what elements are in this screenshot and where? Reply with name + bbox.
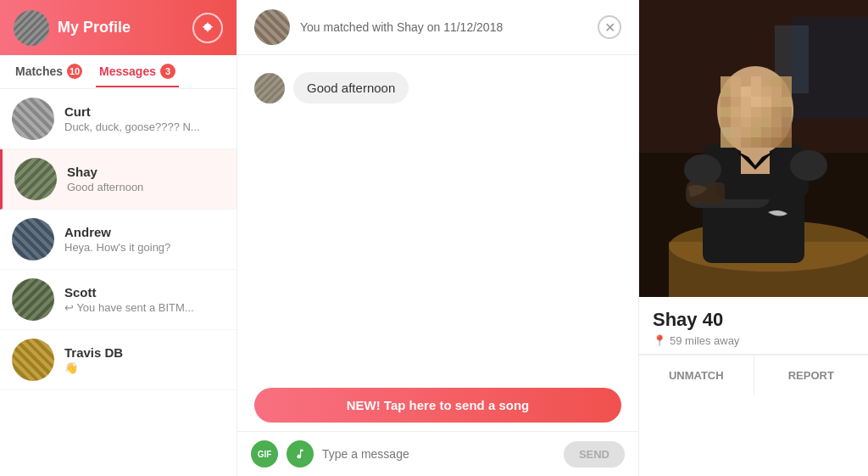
andrew-avatar <box>12 218 54 260</box>
svg-rect-32 <box>731 97 741 107</box>
svg-rect-13 <box>741 148 770 174</box>
svg-rect-65 <box>782 137 792 148</box>
svg-rect-56 <box>761 127 771 137</box>
svg-rect-37 <box>782 97 792 107</box>
music-button[interactable] <box>287 440 314 468</box>
shay-preview: Good afternoon <box>67 181 225 193</box>
svg-rect-54 <box>741 127 751 137</box>
svg-rect-41 <box>751 107 761 117</box>
conversation-curt[interactable]: Curt Duck, duck, goose???? N... <box>0 89 236 149</box>
travis-preview: 👋 <box>64 361 225 374</box>
svg-rect-50 <box>771 117 782 127</box>
svg-rect-57 <box>771 127 782 137</box>
svg-rect-58 <box>782 127 792 137</box>
profile-age: 40 <box>703 309 723 330</box>
gif-button[interactable]: GIF <box>251 440 278 468</box>
conversation-list: Curt Duck, duck, goose???? N... Shay Goo… <box>0 89 236 476</box>
svg-rect-47 <box>741 117 751 127</box>
svg-rect-59 <box>721 137 731 148</box>
profile-panel: Shay 40 📍 59 miles away UNMATCH REPORT <box>639 0 868 476</box>
message-tabs: Matches 10 Messages 3 <box>0 55 236 89</box>
svg-rect-19 <box>741 76 751 87</box>
conversation-shay[interactable]: Shay Good afternoon <box>0 149 236 210</box>
svg-rect-62 <box>751 137 761 148</box>
tab-matches-label: Matches <box>15 64 63 78</box>
svg-rect-45 <box>721 117 731 127</box>
svg-rect-39 <box>731 107 741 117</box>
curt-info: Curt Duck, duck, goose???? N... <box>64 104 225 133</box>
send-button[interactable]: SEND <box>564 441 625 468</box>
chat-messages: Good afternoon <box>237 55 638 379</box>
chat-area: You matched with Shay on 11/12/2018 ✕ Go… <box>237 0 639 476</box>
svg-rect-51 <box>782 117 792 127</box>
my-profile-avatar[interactable] <box>14 10 49 46</box>
svg-rect-31 <box>721 97 731 107</box>
sidebar-header: My Profile <box>0 0 236 55</box>
shay-name: Shay <box>67 165 225 179</box>
svg-rect-28 <box>761 87 771 97</box>
unmatch-button[interactable]: UNMATCH <box>639 355 754 395</box>
conversation-andrew[interactable]: Andrew Heya. How's it going? <box>0 210 236 270</box>
svg-rect-27 <box>751 87 761 97</box>
svg-rect-49 <box>761 117 771 127</box>
andrew-preview: Heya. How's it going? <box>64 241 225 254</box>
andrew-name: Andrew <box>64 225 225 239</box>
message-input[interactable] <box>322 447 555 461</box>
header-left: My Profile <box>14 10 131 46</box>
svg-rect-40 <box>741 107 751 117</box>
report-button[interactable]: REPORT <box>754 355 869 395</box>
svg-rect-20 <box>751 76 761 87</box>
curt-avatar <box>12 98 54 140</box>
svg-rect-44 <box>782 107 792 117</box>
tab-messages-label: Messages <box>99 64 156 78</box>
svg-rect-55 <box>751 127 761 137</box>
svg-rect-42 <box>761 107 771 117</box>
svg-rect-23 <box>782 76 792 87</box>
svg-rect-25 <box>731 87 741 97</box>
song-banner[interactable]: NEW! Tap here to send a song <box>254 388 621 423</box>
svg-rect-21 <box>761 76 771 87</box>
svg-rect-61 <box>741 137 751 148</box>
message-avatar <box>254 73 285 104</box>
settings-button[interactable] <box>192 13 223 43</box>
curt-preview: Duck, duck, goose???? N... <box>64 120 225 133</box>
distance-text: 59 miles away <box>670 334 739 347</box>
svg-rect-64 <box>771 137 782 148</box>
travis-avatar <box>12 339 54 381</box>
tab-messages[interactable]: Messages 3 <box>96 57 179 87</box>
shay-info: Shay Good afternoon <box>67 165 225 193</box>
scott-preview: ↩ You have sent a BITM... <box>64 301 225 314</box>
svg-rect-29 <box>771 87 782 97</box>
profile-name: Shay <box>653 309 698 330</box>
svg-point-14 <box>684 154 721 185</box>
svg-rect-26 <box>741 87 751 97</box>
matches-badge: 10 <box>67 64 82 79</box>
svg-rect-38 <box>721 107 731 117</box>
tab-matches[interactable]: Matches 10 <box>12 57 86 87</box>
svg-rect-48 <box>751 117 761 127</box>
svg-rect-30 <box>782 87 792 97</box>
conversation-scott[interactable]: Scott ↩ You have sent a BITM... <box>0 270 236 330</box>
profile-info: Shay 40 📍 59 miles away <box>639 297 868 355</box>
match-date-text: You matched with Shay on 11/12/2018 <box>300 20 503 34</box>
conversation-travis[interactable]: Travis DB 👋 <box>0 330 236 390</box>
svg-rect-52 <box>721 127 731 137</box>
close-chat-button[interactable]: ✕ <box>598 15 621 39</box>
chat-header-left: You matched with Shay on 11/12/2018 <box>254 9 503 45</box>
sidebar: My Profile Matches 10 Messages 3 Curt Du… <box>0 0 237 476</box>
profile-distance: 📍 59 miles away <box>653 334 854 347</box>
andrew-info: Andrew Heya. How's it going? <box>64 225 225 254</box>
message-bubble-1: Good afternoon <box>293 72 409 104</box>
travis-info: Travis DB 👋 <box>64 345 225 374</box>
message-row-1: Good afternoon <box>254 72 621 104</box>
svg-rect-35 <box>761 97 771 107</box>
scott-name: Scott <box>64 285 225 300</box>
messages-badge: 3 <box>160 64 175 79</box>
svg-rect-18 <box>731 76 741 87</box>
svg-rect-53 <box>731 127 741 137</box>
svg-rect-43 <box>771 107 782 117</box>
scott-avatar <box>12 278 54 321</box>
pin-icon: 📍 <box>653 334 666 347</box>
svg-rect-17 <box>721 76 731 87</box>
curt-name: Curt <box>64 104 225 119</box>
